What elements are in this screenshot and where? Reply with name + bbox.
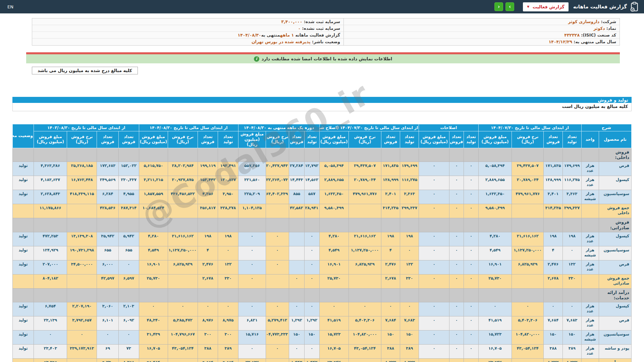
table-cell xyxy=(512,359,544,362)
table-cell: ۰ xyxy=(449,232,464,246)
table-cell xyxy=(266,218,289,232)
table-cell: ۰ xyxy=(304,232,319,246)
table-header: شرحاز ابتدای سال مالی تا تاریخ ۱۴۰۴/۰۷/۳… xyxy=(13,124,632,148)
unit-note-box: کلیه مبالغ درج شده به میلیون ریال می باش… xyxy=(32,67,138,74)
column-header: تعداد تولید xyxy=(400,131,419,148)
table-cell xyxy=(400,288,419,302)
table-cell: ۰ xyxy=(266,302,289,316)
product-row: کپسولهزار عدد۰۰۰۰۰۰۰۰۰۰۰۰۰۰۰۰۰۰۰۲,۱۰۳۳,۰… xyxy=(13,302,632,316)
table-cell: ۴۷۹,۹۶۱,۷۷۶ xyxy=(348,190,381,204)
table-cell: ۰ xyxy=(119,330,139,345)
table-cell: ۵۵۷,۳۵۶ xyxy=(238,162,266,176)
table-cell xyxy=(348,148,381,162)
report-type-dropdown-label: گزارش فعالیت xyxy=(533,4,565,9)
table-cell: ۱۶,۹۰۱ xyxy=(478,260,512,274)
table-cell: ۲,۲۰۷,۱۹۰ xyxy=(67,302,97,316)
product-row: کپسولهزار عدد۱۱۶,۲۷۵۱۳۸,۹۹۹۲۰,۷۸۹,۰۳۴۲,۸… xyxy=(13,176,632,190)
unit-cell xyxy=(581,274,599,288)
group-header: شرح xyxy=(581,124,631,131)
table-cell xyxy=(168,359,198,362)
info-value: ۱۴۰۴/۰۸/۳۰ xyxy=(238,33,261,38)
table-cell: ۰ xyxy=(218,302,238,316)
unit-cell: هزار عدد xyxy=(581,260,599,274)
table-cell xyxy=(168,218,198,232)
page-title: گزارش فعالیت ماهانه xyxy=(573,4,627,10)
product-name-cell: سوسپانسیون xyxy=(599,330,631,345)
column-header: تعداد فروش xyxy=(119,131,139,148)
table-cell: ۱۶,۷۰۵ xyxy=(320,345,349,359)
company-info: شرکت: داروسازی کوثرنماد: دکوثرکد صنعت (I… xyxy=(32,18,620,46)
table-cell: ۱۳۰,۸۳۷ xyxy=(218,176,238,190)
unit-cell: هزار شیشه xyxy=(581,330,599,345)
total-row: جمع درآمد ارائه خدمات۸,۲۲۲۸,۲۲۲۷۳,۹۴۷۰۰۰… xyxy=(13,359,632,362)
column-header: نرخ فروش (ریال) xyxy=(168,131,198,148)
table-cell: ۱۷۹,۶۹۹ xyxy=(400,162,419,176)
table-cell: ۶,۸۲۵,۹۲۹ xyxy=(512,260,544,274)
table-cell: ۲,۶۷۸ xyxy=(381,274,400,288)
table-cell: ۸۵۵ xyxy=(289,190,304,204)
company-info-right-box: شرکت: داروسازی کوثرنماد: دکوثرکد صنعت (I… xyxy=(343,18,620,46)
table-cell xyxy=(348,204,381,218)
table-body: فروش داخلی:قرصهزار عدد۱۷۹,۶۹۹۱۷۱,۸۳۵۲۹,۴… xyxy=(13,148,632,362)
table-cell: ۳۲۱,۵۶۰ xyxy=(238,176,266,190)
production-sales-table: شرحاز ابتدای سال مالی تا تاریخ ۱۴۰۴/۰۷/۳… xyxy=(12,124,632,362)
table-cell: ۳,۴۰۱ xyxy=(381,190,400,204)
table-cell: ۱۱۶,۲۷۵ xyxy=(562,176,581,190)
table-cell: ۰ xyxy=(238,260,266,274)
table-cell xyxy=(198,148,218,162)
table-cell: ۸,۲۲۲ xyxy=(562,359,581,362)
table-cell xyxy=(67,274,97,288)
group-header: اصلاحات xyxy=(419,124,478,131)
table-cell: ۰ xyxy=(218,246,238,260)
table-cell: ۰ xyxy=(419,260,449,274)
table-cell xyxy=(512,274,544,288)
table-cell: ۲۲۵,۲۰۹ xyxy=(238,190,266,204)
nav-next-button[interactable]: › xyxy=(505,2,514,11)
unit-cell: هزار عدد xyxy=(581,232,599,246)
table-cell: ۰ xyxy=(449,260,464,274)
table-cell: ۱۰۴,۷۹۶,۶۶۷ xyxy=(168,330,198,345)
table-cell: ۸,۲۶۸ xyxy=(119,359,139,362)
group-header: دوره یک ماهه منتهی به ۱۴۰۴/۰۸/۳۰ xyxy=(238,124,319,131)
group-header: از ابتدای سال مالی تا تاریخ ۱۴۰۳/۰۸/۳۰ xyxy=(34,124,139,131)
table-cell xyxy=(304,288,319,302)
table-cell: ۲۱,۶۱۶,۱۶۲ xyxy=(168,232,198,246)
table-cell: ۱۵,۷۲۳ xyxy=(320,330,349,345)
column-header: تعداد فروش xyxy=(97,131,119,148)
table-cell: ۰ xyxy=(289,345,304,359)
table-cell: ۰ xyxy=(449,204,464,218)
table-cell: ۰ xyxy=(562,302,581,316)
table-cell: ۰ xyxy=(67,330,97,345)
table-cell: ۰ xyxy=(419,316,449,330)
table-cell: ۰ xyxy=(464,190,478,204)
table-cell xyxy=(168,288,198,302)
total-row: جمع فروش صادراتی۳۳۰۲,۶۷۸۲۵,۷۳۰۰۰۰۳۳۰۲,۶۷… xyxy=(13,274,632,288)
status-cell: تولید xyxy=(13,232,34,246)
table-cell: ۴,۲۵۶ xyxy=(198,190,218,204)
table-cell: ۳۵۶,۸۱۷ xyxy=(198,204,218,218)
table-cell: ۱۵۲,۰۲۲ xyxy=(119,162,139,176)
table-cell xyxy=(67,218,97,232)
product-name-cell: کپسول xyxy=(599,302,631,316)
nav-prev-button[interactable]: ‹ xyxy=(494,2,503,11)
table-cell: ۱۶,۷۰۵ xyxy=(478,345,512,359)
report-type-dropdown[interactable]: گزارش فعالیت ▼ xyxy=(523,2,569,11)
table-cell xyxy=(218,288,238,302)
table-cell xyxy=(544,148,562,162)
table-cell xyxy=(581,148,599,162)
table-cell xyxy=(139,288,168,302)
table-cell: ۱۵۰ xyxy=(289,330,304,345)
table-cell: ۴,۱۸۳,۶۳۷ xyxy=(34,176,67,190)
table-cell: ۱۵۳,۴۴۲ xyxy=(198,176,218,190)
table-cell: ۴۳,۰۵۴,۱۲۴ xyxy=(168,345,198,359)
table-cell xyxy=(266,359,289,362)
product-name-cell: کپسول xyxy=(599,176,631,190)
table-cell xyxy=(266,204,289,218)
section-row: درآمد ارائه خدمات: xyxy=(13,288,632,302)
table-cell: ۰ xyxy=(419,162,449,176)
language-switch[interactable]: EN xyxy=(5,4,15,10)
table-cell xyxy=(562,288,581,302)
table-cell: ۴۳,۰۵۴,۱۲۴ xyxy=(512,345,544,359)
table-cell: ۲۸,۹۴۱ xyxy=(304,204,319,218)
product-row: سوسپانسیونهزار شیشه۰۴۱,۱۳۷,۲۵۰,۰۰۰۴,۵۴۹۰… xyxy=(13,246,632,260)
